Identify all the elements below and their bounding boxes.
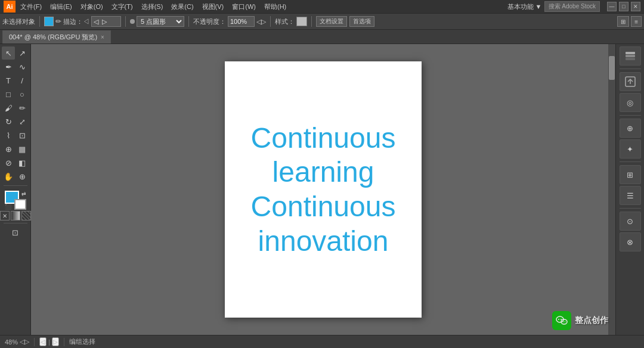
- canvas-area[interactable]: Continuous learning Continuous innovatio…: [31, 44, 615, 335]
- text-line-1: Continuous: [251, 121, 396, 156]
- export-icon: [625, 76, 636, 87]
- zoom-arrows[interactable]: ◁▷: [20, 338, 29, 346]
- menu-edit[interactable]: 编辑(E): [47, 1, 76, 13]
- main-area: ↖ ↗ ✒ ∿ T / □ ○ 🖌 ✏ ↻ ⤢ ⌇ ⊡ ⊕ ▦: [0, 44, 644, 335]
- watermark-text: 整点创作: [575, 315, 608, 326]
- align-panel-button[interactable]: ☰: [620, 186, 641, 205]
- menu-effect[interactable]: 效果(C): [168, 1, 197, 13]
- text-line-4: innovation: [251, 224, 396, 259]
- menu-view[interactable]: 视图(V): [199, 1, 228, 13]
- menu-file[interactable]: 文件(F): [17, 1, 45, 13]
- symbols-panel-button[interactable]: ✦: [620, 139, 641, 159]
- opacity-label: 不透明度：: [193, 17, 226, 26]
- layers-icon: [624, 51, 636, 61]
- scale-tool[interactable]: ⤢: [16, 115, 29, 128]
- nav-tools: ✋ ⊕: [2, 170, 29, 183]
- canvas-text: Continuous learning Continuous innovatio…: [251, 121, 396, 258]
- pattern-button[interactable]: [21, 211, 31, 220]
- menu-select[interactable]: 选择(S): [138, 1, 167, 13]
- close-button[interactable]: ✕: [631, 2, 640, 11]
- line-tool[interactable]: /: [16, 74, 29, 87]
- draw-tools-2: T /: [2, 74, 29, 87]
- direct-select-tool[interactable]: ↗: [16, 46, 29, 60]
- ai-logo: Ai: [4, 1, 16, 13]
- symbol-tool[interactable]: ⊕: [2, 142, 15, 156]
- right-panel-sep-2: [620, 115, 641, 116]
- vertical-scrollbar[interactable]: [608, 44, 615, 335]
- opacity-input[interactable]: [228, 16, 255, 27]
- selection-info: 编组选择: [69, 337, 95, 346]
- rect-tool[interactable]: □: [2, 88, 15, 101]
- point-select[interactable]: 5 点圆形: [137, 16, 184, 27]
- color-mode-section: ✕: [0, 211, 31, 220]
- prev-page-button[interactable]: ◁: [39, 337, 47, 346]
- right-panel-sep-3: [620, 161, 641, 162]
- menu-text[interactable]: 文字(T): [108, 1, 137, 13]
- arrange-button[interactable]: ⊞: [617, 16, 629, 27]
- stroke-input[interactable]: [91, 16, 121, 27]
- svg-point-6: [558, 319, 559, 320]
- menu-window[interactable]: 窗口(W): [228, 1, 259, 13]
- eraser-tool[interactable]: ◧: [16, 156, 29, 169]
- rotate-tool[interactable]: ↻: [2, 115, 15, 128]
- layers-panel-button[interactable]: [620, 46, 641, 66]
- workspace-label[interactable]: 基本功能 ▼: [507, 2, 542, 11]
- zoom-tool[interactable]: ⊕: [16, 170, 29, 183]
- stroke-label: 描边：◁: [63, 17, 89, 26]
- default-colors-icon[interactable]: ⬛: [5, 204, 11, 210]
- warp-tool[interactable]: ⌇: [2, 129, 15, 142]
- appearance-panel-button[interactable]: ⊙: [620, 212, 641, 231]
- background-color[interactable]: [14, 199, 26, 210]
- first-selection-button[interactable]: 首选项: [349, 16, 374, 27]
- hand-tool[interactable]: ✋: [2, 170, 15, 183]
- scrollbar-thumb[interactable]: [609, 56, 615, 80]
- curve-tool[interactable]: ∿: [16, 60, 29, 73]
- select-tools: ↖ ↗: [2, 46, 29, 60]
- status-bar: 48% ◁▷ ◁ | ▷ 编组选择: [0, 335, 644, 348]
- svg-point-10: [565, 321, 566, 322]
- doc-settings-button[interactable]: 文档设置: [316, 16, 347, 27]
- toolbar-sep-1: [39, 16, 40, 27]
- svg-point-7: [561, 319, 562, 320]
- libraries-panel-button[interactable]: ⊕: [620, 119, 641, 138]
- minimize-button[interactable]: —: [607, 2, 617, 11]
- search-adobe-stock[interactable]: 搜索 Adobe Stock: [544, 1, 600, 12]
- document-tab[interactable]: 004* @ 48% (RGB/GPU 预览) ×: [2, 30, 111, 44]
- pencil-tool[interactable]: ✏: [16, 101, 29, 114]
- switch-colors-icon[interactable]: ⇄: [21, 191, 26, 197]
- menu-help[interactable]: 帮助(H): [261, 1, 290, 13]
- window-controls: — □ ✕: [607, 2, 640, 11]
- pen-tool[interactable]: ✒: [2, 60, 15, 73]
- style-swatch[interactable]: [296, 17, 307, 26]
- graphic-styles-button[interactable]: ⊗: [620, 232, 641, 251]
- no-fill-button[interactable]: ✕: [0, 211, 10, 220]
- maximize-button[interactable]: □: [619, 2, 628, 11]
- toolbar-sep-3: [188, 16, 189, 27]
- menu-object[interactable]: 对象(O): [77, 1, 107, 13]
- paintbrush-tool[interactable]: 🖌: [2, 101, 15, 114]
- type-tool[interactable]: T: [2, 74, 15, 87]
- paint-tools-1: 🖌 ✏: [2, 101, 29, 114]
- status-sep-1: [34, 338, 35, 346]
- properties-panel-button[interactable]: ◎: [620, 93, 641, 112]
- select-tool[interactable]: ↖: [2, 46, 15, 60]
- gradient-button[interactable]: [11, 211, 20, 220]
- next-page-button[interactable]: ▷: [52, 337, 59, 346]
- graph-tool[interactable]: ▦: [16, 142, 29, 156]
- toolbar-right-icons: ⊞ ≡: [617, 16, 642, 27]
- tab-close-button[interactable]: ×: [101, 34, 104, 41]
- watermark: 整点创作: [552, 311, 608, 330]
- free-transform-tool[interactable]: ⊡: [16, 129, 29, 142]
- toolbar: 未选择对象 ✏ 描边：◁ 5 点圆形 不透明度： ◁▷ 样式： 文档设置 首选项…: [0, 13, 644, 30]
- transform-panel-button[interactable]: ⊞: [620, 165, 641, 184]
- slice-tool[interactable]: ⊘: [2, 156, 15, 169]
- more-button[interactable]: ≡: [631, 16, 642, 27]
- export-panel-button[interactable]: [620, 72, 641, 91]
- right-panel: ◎ ⊕ ✦ ⊞ ☰ ⊙ ⊗: [615, 44, 644, 335]
- artboard-tool[interactable]: ⊡: [2, 226, 29, 239]
- status-sep-2: [64, 338, 64, 346]
- ellipse-tool[interactable]: ○: [16, 88, 29, 101]
- toolbar-sep-2: [125, 16, 126, 27]
- fill-color-swatch[interactable]: [44, 17, 54, 26]
- left-toolbar: ↖ ↗ ✒ ∿ T / □ ○ 🖌 ✏ ↻ ⤢ ⌇ ⊡ ⊕ ▦: [0, 44, 31, 335]
